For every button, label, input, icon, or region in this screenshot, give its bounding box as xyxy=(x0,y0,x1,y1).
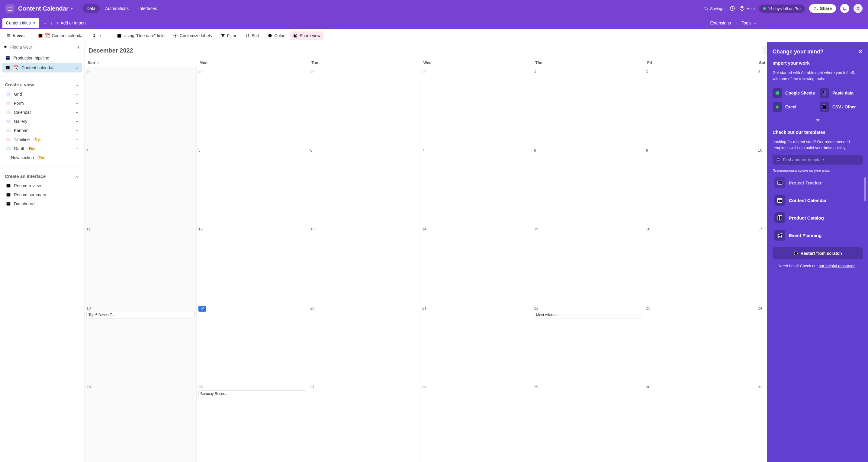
create-view-type[interactable]: Gallery+ xyxy=(5,117,80,126)
view-search[interactable] xyxy=(0,42,84,52)
calendar-cell[interactable]: 5 xyxy=(196,146,309,225)
calendar-cell[interactable]: 14 xyxy=(421,225,532,304)
create-view-header[interactable]: Create a view⌄ xyxy=(5,80,80,90)
calendar-cell[interactable]: 2 xyxy=(644,67,756,146)
views-toggle[interactable]: Views xyxy=(4,31,28,40)
calendar-cell[interactable]: 27 xyxy=(85,67,196,146)
calendar-cell[interactable]: 9 xyxy=(644,146,756,225)
date-field-button[interactable]: 31 Using "Due date" field xyxy=(114,31,167,40)
calendar-cell[interactable]: 27 xyxy=(308,383,421,462)
avatar[interactable]: D xyxy=(854,4,863,13)
base-title[interactable]: Content Calendar ▾ xyxy=(18,5,73,12)
import-option[interactable]: Paste data xyxy=(820,88,863,98)
create-view-type[interactable]: Grid+ xyxy=(5,90,80,99)
search-icon xyxy=(776,158,780,162)
color-button[interactable]: Color xyxy=(265,31,287,40)
plus-icon: + xyxy=(76,137,78,142)
trial-badge[interactable]: 14 days left on Pro xyxy=(759,4,805,13)
calendar-cell[interactable]: 30 xyxy=(421,67,532,146)
day-number: 28 xyxy=(198,69,203,73)
calendar-cell[interactable]: 15 xyxy=(532,225,644,304)
create-view-type[interactable]: Form+ xyxy=(5,99,80,108)
calendar-cell[interactable]: 21 xyxy=(421,304,532,383)
close-icon[interactable]: ✕ xyxy=(858,48,863,55)
day-number: 19 xyxy=(198,306,206,312)
calendar-cell[interactable]: 29 xyxy=(308,67,421,146)
people-icon xyxy=(813,6,818,11)
create-view-type[interactable]: Calendar+ xyxy=(5,108,80,117)
view-search-input[interactable] xyxy=(10,45,74,50)
restart-button[interactable]: Restart from scratch xyxy=(773,247,863,259)
create-interface-type[interactable]: Dashboard+ xyxy=(5,199,80,208)
calendar-cell[interactable]: 4 xyxy=(85,146,196,225)
filter-button[interactable]: Filter xyxy=(217,31,240,40)
calendar-cell[interactable]: 23 xyxy=(644,304,756,383)
calendar-cell[interactable]: 20 xyxy=(308,304,421,383)
calendar-cell[interactable]: 25 xyxy=(85,383,196,462)
app-logo-icon[interactable]: 7 xyxy=(5,4,14,13)
template-search-input[interactable] xyxy=(783,157,859,162)
calendar-cell[interactable]: 22Most Affordab... xyxy=(532,304,644,383)
plus-icon: + xyxy=(76,202,78,206)
calendar-cell[interactable]: 26Boracay Resor... xyxy=(196,383,309,462)
add-or-import-button[interactable]: + Add or import xyxy=(53,19,89,27)
template-item[interactable]: Project Tracker xyxy=(773,177,863,190)
template-item[interactable]: 7Content Calendar xyxy=(773,192,863,208)
calendar-cell[interactable]: 28 xyxy=(421,383,532,462)
table-menu-button[interactable]: ⌄ xyxy=(40,19,50,27)
sort-button[interactable]: Sort xyxy=(242,31,262,40)
template-search[interactable] xyxy=(773,155,863,164)
calendar-cell[interactable]: 19 xyxy=(196,304,309,383)
share-button[interactable]: Share xyxy=(809,4,836,13)
create-interface-header[interactable]: Create an interface⌄ xyxy=(5,171,80,181)
tab-data[interactable]: Data xyxy=(83,4,100,13)
import-option[interactable]: CSV / Other xyxy=(820,102,863,112)
create-view-type[interactable]: Kanban+ xyxy=(5,126,80,135)
gear-icon[interactable] xyxy=(76,45,81,49)
history-icon[interactable] xyxy=(730,6,735,11)
share-view-button[interactable]: Share view xyxy=(290,31,323,40)
calendar-cell[interactable]: 29 xyxy=(532,383,644,462)
svg-text:7: 7 xyxy=(779,200,780,202)
calendar-cell[interactable]: 11 xyxy=(85,225,196,304)
create-view-type[interactable]: TimelinePro+ xyxy=(5,135,80,144)
template-item[interactable]: Event Planning xyxy=(773,227,863,243)
view-selector[interactable]: 📆 Content calendar xyxy=(35,31,87,40)
calendar-cell[interactable]: 30 xyxy=(644,383,756,462)
notifications-button[interactable] xyxy=(840,4,849,13)
new-section-button[interactable]: New section Pro + xyxy=(5,153,80,162)
template-item[interactable]: Product Catalog xyxy=(773,210,863,225)
calendar-cell[interactable]: 16 xyxy=(644,225,756,304)
tab-automations[interactable]: Automations xyxy=(101,4,133,13)
calendar-cell[interactable]: 12 xyxy=(196,225,309,304)
calendar-cell[interactable]: 28 xyxy=(196,67,309,146)
calendar-cell[interactable]: 18Top 5 Beach E... xyxy=(85,304,196,383)
calendar-cell[interactable]: 8 xyxy=(532,146,644,225)
import-option[interactable]: Google Sheets xyxy=(773,88,815,98)
calendar-cell[interactable]: 7 xyxy=(421,146,532,225)
scrollbar-thumb[interactable] xyxy=(864,177,866,202)
view-item[interactable]: Production pipeline xyxy=(2,53,82,63)
customize-labels-button[interactable]: Customize labels xyxy=(170,31,215,40)
import-option[interactable]: Excel xyxy=(773,102,815,112)
view-permissions-button[interactable]: ▼ xyxy=(89,31,105,40)
table-tab-active[interactable]: Content titles ▾ xyxy=(2,18,39,28)
calendar-cell[interactable]: 6 xyxy=(308,146,421,225)
help-resources-link[interactable]: our helpful resources xyxy=(819,264,855,268)
calendar-cell[interactable]: 13 xyxy=(308,225,421,304)
import-description: Get started with Airtable right where yo… xyxy=(773,70,863,82)
create-view-type[interactable]: GanttPro+ xyxy=(5,144,80,153)
calendar-event[interactable]: Boracay Resor... xyxy=(198,391,307,397)
tools-button[interactable]: Tools ⌄ xyxy=(738,19,760,27)
collapse-icon[interactable]: ⤡ xyxy=(97,61,99,64)
calendar-cell[interactable]: 1 xyxy=(532,67,644,146)
extensions-button[interactable]: Extensions xyxy=(707,19,734,27)
help-button[interactable]: Help xyxy=(739,6,755,11)
create-interface-type[interactable]: Record summary+ xyxy=(5,190,80,199)
create-interface-type[interactable]: Record review+ xyxy=(5,181,80,190)
calendar-event[interactable]: Top 5 Beach E... xyxy=(86,312,194,318)
svg-point-31 xyxy=(777,158,779,160)
tab-interfaces[interactable]: Interfaces xyxy=(134,4,161,13)
calendar-event[interactable]: Most Affordab... xyxy=(534,312,642,318)
view-item[interactable]: 📆Content calendar✓ xyxy=(2,63,82,72)
